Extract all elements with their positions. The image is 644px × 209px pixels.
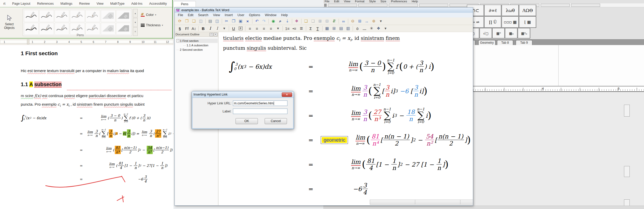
restore-icon[interactable]: □ <box>210 33 213 36</box>
find-next-icon[interactable]: ⇣ <box>284 18 291 24</box>
sort-icon[interactable]: ⇵ <box>331 18 337 24</box>
mt-toolbar-box[interactable] <box>358 4 387 7</box>
close-icon[interactable]: × <box>214 33 217 36</box>
open-doc-icon[interactable]: ❑ <box>310 18 316 24</box>
empty-slot-box[interactable] <box>624 166 630 177</box>
toolbar-overflow-icon[interactable]: ▾ <box>378 18 384 24</box>
highlighter-style-swatch[interactable] <box>101 10 116 22</box>
word-tab-accessibility[interactable]: Accessibility <box>146 1 170 7</box>
open-icon[interactable]: ❐ <box>184 18 190 24</box>
palette-button-1-3[interactable]: λωθ <box>502 5 519 16</box>
mt-toolbar-box[interactable] <box>541 4 570 7</box>
palette-button-2-3[interactable]: ▫▫▫ ▦ <box>502 16 519 28</box>
pen-thickness-button[interactable]: Thickness ▾ <box>141 22 172 28</box>
menu-options[interactable]: Options <box>247 13 262 17</box>
align-right-icon[interactable]: ≡ <box>261 26 267 31</box>
url-input[interactable]: m.com/GeometricSeries.htm <box>233 100 287 106</box>
menu-window[interactable]: Window <box>263 13 278 17</box>
palette-icon[interactable]: ❖ <box>293 18 300 24</box>
outline-item[interactable]: −1 First section <box>176 39 218 43</box>
tree-expander-icon[interactable]: − <box>176 39 179 42</box>
save-all-icon[interactable]: ◫ <box>214 18 220 24</box>
label-input[interactable] <box>233 109 287 114</box>
word-tab-view[interactable]: View <box>94 1 106 7</box>
frame-icon[interactable]: F <box>237 26 244 31</box>
align-dropdown-icon[interactable]: ▾ <box>275 26 281 31</box>
windows-icon[interactable]: ❖ <box>375 26 382 31</box>
mt-tab-geometry[interactable]: Geometry <box>478 40 495 45</box>
word-document[interactable]: 1 First section Hic est temere textum tr… <box>0 45 173 209</box>
print-icon[interactable]: ▤ <box>207 18 213 24</box>
mt-menu-style[interactable]: Style <box>369 0 376 3</box>
list-indent-icon[interactable]: ≣ <box>298 26 305 31</box>
word-tab-review[interactable]: Review <box>76 1 93 7</box>
font-icon[interactable]: Ff <box>184 26 190 31</box>
fit-width-icon[interactable]: ↔ <box>364 18 370 24</box>
numbered-list-icon[interactable]: 1≡ <box>284 26 291 31</box>
pen-style-swatch[interactable] <box>39 10 54 22</box>
gallery-down-icon[interactable]: ▾ <box>133 18 138 27</box>
pen-style-swatch[interactable] <box>70 10 85 22</box>
next-page-icon[interactable]: ⊞ <box>317 18 323 24</box>
pen-style-swatch[interactable] <box>24 10 39 22</box>
palette-button-2-2[interactable]: ∏ Ü <box>484 16 501 28</box>
copy-icon[interactable]: ❐ <box>230 18 237 24</box>
word-tab-references[interactable]: References <box>34 1 57 7</box>
align-center-icon[interactable]: ≡ <box>254 26 260 31</box>
mt-menu-size[interactable]: Size <box>380 0 386 3</box>
mt-tab-tab-8[interactable]: Tab 8 <box>497 40 513 45</box>
save-icon[interactable]: ◫ <box>198 18 204 24</box>
find-icon[interactable]: ⌕ <box>277 18 284 24</box>
sync-icon[interactable]: ⟳ <box>177 18 183 24</box>
pen-style-swatch[interactable] <box>85 23 100 35</box>
symbol-icon[interactable]: ✳ <box>368 26 375 31</box>
mathtype-ruler[interactable]: 45 <box>466 86 644 92</box>
align-justify-icon[interactable]: ≡ <box>268 26 274 31</box>
mt-menu-help[interactable]: Help <box>412 0 418 3</box>
pen-style-swatch[interactable] <box>24 23 39 35</box>
italic-icon[interactable]: I <box>207 26 213 31</box>
pen-style-swatch[interactable] <box>85 10 100 22</box>
mt-menu-format[interactable]: Format <box>355 0 364 3</box>
menu-search[interactable]: Search <box>196 13 211 17</box>
image-icon[interactable]: ▦ <box>324 26 330 31</box>
palette-button-3-3[interactable]: ▦⁰ <box>492 28 505 39</box>
preview-icon[interactable]: ❏ <box>191 18 197 24</box>
word-tab-pens[interactable]: Pens <box>173 1 196 7</box>
palette-button-3-2[interactable]: √▢ <box>480 28 492 39</box>
table-icon[interactable]: ⊞ <box>331 26 337 31</box>
accent-icon[interactable]: ö <box>354 26 361 31</box>
mt-menu-file[interactable]: File <box>325 0 330 3</box>
outline-item[interactable]: ···2 Second section <box>176 47 218 52</box>
pen-style-swatch[interactable] <box>55 10 69 22</box>
zoom-in-icon[interactable]: ⊕ <box>371 18 377 24</box>
math-display-icon[interactable]: ∑ <box>314 26 321 31</box>
word-tab-mailings[interactable]: Mailings <box>58 1 75 7</box>
page-layout-icon[interactable]: ▤ <box>338 26 344 31</box>
cancel-button[interactable]: Cancel <box>265 118 287 124</box>
pen-style-swatch[interactable] <box>39 23 54 35</box>
select-objects-button[interactable]: Select Objects <box>1 9 18 35</box>
palette-button-1-4[interactable]: ΛΩΘ <box>519 5 536 16</box>
mt-toolbar-box[interactable] <box>571 4 600 7</box>
delete-icon[interactable]: × <box>244 18 251 24</box>
menu-user[interactable]: User <box>235 13 246 17</box>
highlighter-style-swatch[interactable] <box>116 23 131 35</box>
highlighter-style-swatch[interactable] <box>101 23 116 35</box>
link-icon[interactable]: ∞ <box>340 18 347 24</box>
mt-menu-preferences[interactable]: Preferences <box>391 0 407 3</box>
ellipsis-icon[interactable]: … <box>361 26 368 31</box>
dialog-titlebar[interactable]: Inserting Hypertext Link × <box>192 91 294 98</box>
bold-icon[interactable]: B <box>200 26 206 31</box>
zoom-out-icon[interactable]: ⊖ <box>350 18 356 24</box>
redo-icon[interactable]: ↷ <box>261 18 267 24</box>
format-overflow-icon[interactable]: ▾ <box>382 26 389 31</box>
font-size-icon[interactable]: A↕ <box>191 26 197 31</box>
outline-item[interactable]: ···1.1 A subsection <box>176 43 218 47</box>
prev-page-icon[interactable]: ⊟ <box>324 18 330 24</box>
paragraph-icon[interactable]: § <box>177 26 183 31</box>
slanted-icon[interactable]: I <box>214 26 220 31</box>
close-button[interactable]: × <box>282 92 292 97</box>
mt-toolbar-box[interactable] <box>324 4 327 7</box>
new-doc-icon[interactable]: ❑ <box>303 18 309 24</box>
